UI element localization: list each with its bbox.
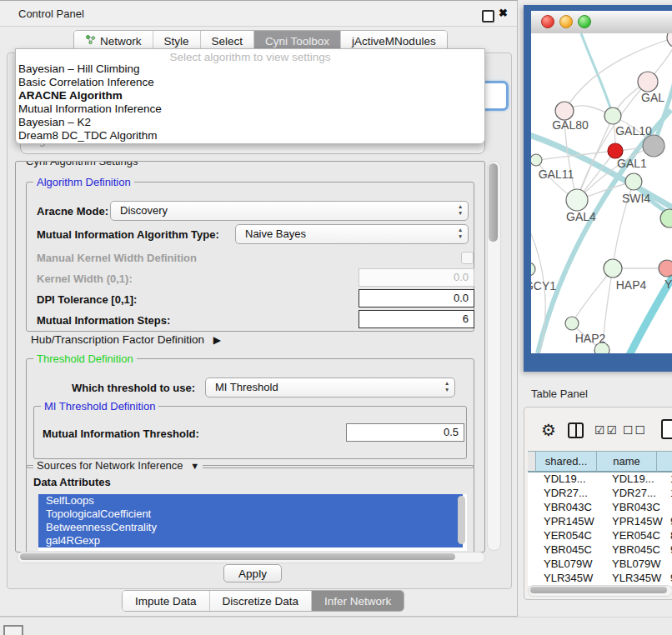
data-attributes-list: SelfLoops TopologicalCoefficient Between…	[38, 494, 467, 551]
node-gcy1[interactable]	[531, 262, 535, 276]
panel-corner-icon-partial[interactable]	[3, 625, 23, 635]
list-item-betweenness[interactable]: BetweennessCentrality	[38, 521, 463, 534]
list-item-selfloops[interactable]: SelfLoops	[38, 494, 463, 508]
settings-vertical-scrollbar[interactable]	[487, 161, 501, 551]
table-row[interactable]: YLR345WYLR345W9.	[528, 572, 672, 586]
close-icon[interactable]: ✖	[499, 7, 508, 19]
stepper-icon: ▴▾	[459, 227, 462, 240]
row-gutter-header	[528, 451, 535, 472]
manual-kernel-checkbox[interactable]	[461, 252, 474, 264]
label-hap2: HAP2	[575, 332, 606, 345]
aracne-mode-combo[interactable]: Discovery ▴▾	[110, 201, 469, 221]
tab-discretize-data-label: Discretize Data	[223, 595, 299, 608]
node-hap2[interactable]	[565, 317, 579, 330]
algorithm-option-bayesian-k2[interactable]: Bayesian – K2	[18, 116, 91, 128]
network-canvas[interactable]: GAL GAL80 GAL10 GAL1 GAL11 SWI4 GAL4 GCY…	[531, 33, 672, 353]
cyni-algorithm-settings-group: Cyni Algorithm Settings Algorithm Defini…	[15, 161, 485, 552]
node-salmon[interactable]	[659, 260, 672, 277]
column-header-partial[interactable]: A	[656, 451, 672, 472]
sources-group: Sources for Network Inference ▼ Data Att…	[26, 465, 474, 552]
algorithm-option-aracne[interactable]: ARACNE Algorithm	[18, 89, 123, 102]
node-gray[interactable]	[643, 135, 664, 157]
label-gcy1: GCY1	[531, 279, 556, 292]
window-close-icon[interactable]	[541, 15, 554, 28]
expander-arrow-icon: ▶	[213, 334, 221, 346]
label-gal1: GAL1	[617, 157, 647, 170]
node-hap4[interactable]	[604, 259, 622, 278]
gear-icon[interactable]: ⚙	[541, 420, 556, 440]
label-gal4: GAL4	[566, 210, 596, 223]
control-panel-title: Control Panel	[18, 8, 84, 20]
tab-impute-data-label: Impute Data	[135, 595, 197, 608]
column-header-shared-name[interactable]: shared...	[535, 451, 596, 472]
column-header-name[interactable]: name	[596, 451, 656, 472]
mi-algorithm-type-combo[interactable]: Naive Bayes ▴▾	[235, 224, 469, 244]
settings-vertical-scrollbar-thumb[interactable]	[489, 163, 498, 242]
node-gal80[interactable]	[555, 102, 574, 120]
dpi-tolerance-field[interactable]: 0.0	[359, 289, 474, 308]
table-row[interactable]: YBR043CYBR043C	[528, 501, 672, 515]
settings-horizontal-scrollbar[interactable]	[17, 552, 485, 563]
network-icon	[85, 34, 96, 48]
table-horizontal-scrollbar[interactable]	[528, 585, 672, 597]
window-zoom-icon[interactable]	[578, 15, 591, 28]
mi-steps-value: 6	[463, 312, 469, 325]
which-threshold-label: Which threshold to use:	[72, 382, 195, 394]
which-threshold-combo[interactable]: MI Threshold ▴▾	[205, 378, 455, 398]
table-row[interactable]: YBL079WYBL079W	[528, 558, 672, 572]
settings-horizontal-scrollbar-thumb[interactable]	[20, 553, 455, 560]
label-gal-partial: GAL	[641, 91, 664, 104]
node-right-green[interactable]	[660, 209, 672, 228]
mi-threshold-field[interactable]: 0.5	[346, 423, 464, 442]
hub-definition-label: Hub/Transcription Factor Definition	[31, 333, 204, 346]
node-gal11[interactable]	[531, 154, 542, 166]
dpi-tolerance-label: DPI Tolerance [0,1]:	[37, 293, 137, 306]
tab-jactivemnodules-label: jActiveMNodules	[352, 35, 436, 48]
mi-steps-field[interactable]: 6	[359, 310, 474, 328]
node-gal10[interactable]	[604, 108, 621, 124]
table-horizontal-scrollbar-thumb[interactable]	[530, 587, 667, 593]
table-row[interactable]: YDR27...YDR27...12	[528, 487, 672, 501]
mi-threshold-definition-title: MI Threshold Definition	[41, 400, 158, 412]
list-item-topological[interactable]: TopologicalCoefficient	[38, 508, 463, 521]
deselect-all-checks-icon[interactable]: ☐☐	[623, 423, 647, 437]
network-window-titlebar[interactable]	[531, 11, 672, 34]
columns-icon[interactable]	[568, 422, 584, 438]
node-gal4[interactable]	[566, 189, 588, 211]
apply-button[interactable]: Apply	[223, 564, 282, 582]
mi-algorithm-type-label: Mutual Information Algorithm Type:	[37, 228, 219, 241]
mi-threshold-definition-group: MI Threshold Definition Mutual Informati…	[33, 406, 467, 459]
hub-definition-expander[interactable]: Hub/Transcription Factor Definition ▶	[31, 333, 221, 346]
mi-threshold-label: Mutual Information Threshold:	[43, 428, 199, 440]
tab-style-label: Style	[164, 35, 189, 48]
sources-group-title[interactable]: Sources for Network Inference ▼	[33, 459, 203, 472]
list-item-gal4rgexp[interactable]: gal4RGexp	[38, 534, 463, 548]
tab-infer-network[interactable]: Infer Network	[312, 591, 404, 611]
select-all-checks-icon[interactable]: ☑☑	[594, 423, 619, 437]
algorithm-definition-title: Algorithm Definition	[33, 176, 134, 188]
algorithm-option-bayesian-hill-climbing[interactable]: Bayesian – Hill Climbing	[18, 62, 140, 75]
window-minimize-icon[interactable]	[559, 15, 573, 28]
table-row[interactable]: YBR045CYBR045C9.	[528, 543, 672, 558]
tab-impute-data[interactable]: Impute Data	[123, 591, 210, 611]
settings-group-title: Cyni Algorithm Settings	[23, 161, 141, 168]
collapse-arrow-icon: ▼	[190, 461, 199, 471]
tab-network-label: Network	[100, 35, 142, 48]
list-scrollbar-thumb[interactable]	[458, 496, 465, 544]
stepper-icon: ▴▾	[459, 203, 462, 217]
label-y-partial: Y	[664, 278, 672, 291]
file-icon-partial[interactable]	[661, 419, 672, 439]
node-swi4[interactable]	[625, 173, 642, 190]
control-panel-titlebar: Control Panel ✖	[0, 2, 517, 27]
manual-kernel-label: Manual Kernel Width Definition	[37, 252, 197, 264]
table-row[interactable]: YPR145WYPR145W9.	[528, 515, 672, 529]
node-top-partial[interactable]	[667, 33, 672, 48]
tab-discretize-data[interactable]: Discretize Data	[210, 591, 313, 611]
table-row[interactable]: YDL19...YDL19...13	[528, 472, 672, 487]
node-gal-partial[interactable]	[638, 72, 658, 92]
float-window-icon[interactable]	[482, 10, 494, 22]
algorithm-option-dream8[interactable]: Dream8 DC_TDC Algorithm	[18, 129, 158, 142]
algorithm-option-basic-correlation[interactable]: Basic Correlation Inference	[18, 76, 154, 88]
algorithm-option-mutual-information[interactable]: Mutual Information Inference	[18, 102, 162, 115]
table-row[interactable]: YER054CYER054C8.	[528, 529, 672, 543]
